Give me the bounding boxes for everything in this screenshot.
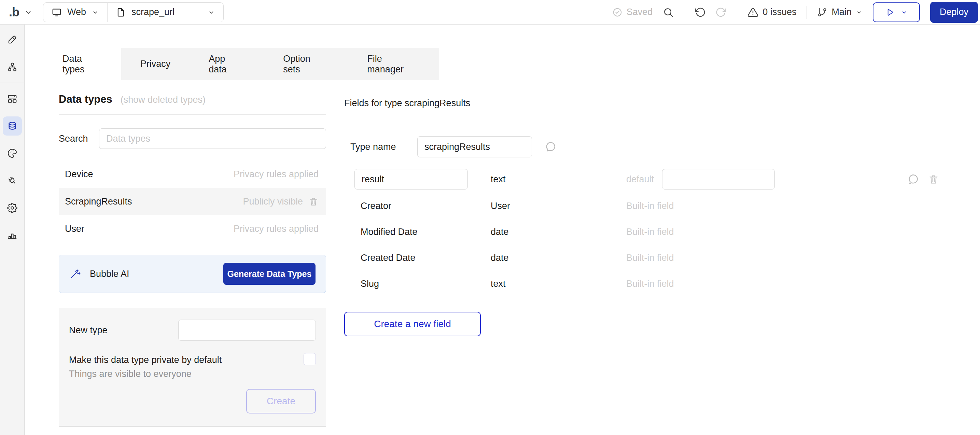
bar-chart-icon	[7, 230, 18, 241]
field-name: Modified Date	[344, 227, 491, 237]
field-row-result: text default	[344, 166, 948, 193]
field-type: User	[491, 201, 626, 211]
undo-icon	[695, 7, 705, 18]
field-row-creator[interactable]: Creator User Built-in field	[344, 193, 948, 219]
redo-icon	[716, 7, 727, 18]
type-name-input[interactable]	[417, 136, 532, 158]
field-name-cell	[344, 169, 491, 190]
issues-indicator[interactable]: 0 issues	[748, 7, 796, 18]
preview-button[interactable]	[873, 2, 920, 22]
divider	[737, 6, 737, 19]
deploy-button[interactable]: Deploy	[930, 2, 978, 23]
chevron-down-icon	[208, 8, 215, 16]
data-type-name: ScrapingResults	[65, 196, 132, 207]
chevron-down-icon	[856, 9, 862, 16]
sidebar-item-styles[interactable]	[3, 144, 22, 163]
warning-triangle-icon	[748, 7, 758, 18]
top-bar: .b Web scrape_url	[0, 0, 980, 25]
magic-wand-icon	[69, 268, 81, 280]
field-row-created-date[interactable]: Created Date date Built-in field	[344, 245, 948, 271]
sidebar-item-plugins[interactable]	[3, 171, 22, 190]
comment-bubble-icon[interactable]	[907, 173, 919, 185]
private-hint: Things are visible to everyone	[69, 369, 316, 379]
field-name: Created Date	[344, 253, 491, 263]
logo-menu-chevron-icon[interactable]	[24, 8, 33, 17]
sidebar-item-backend[interactable]	[3, 89, 22, 108]
field-default-input[interactable]	[662, 169, 775, 190]
saved-label: Saved	[627, 7, 653, 18]
branch-selector[interactable]: Main	[817, 7, 862, 18]
data-type-row-scrapingresults[interactable]: ScrapingResults Publicly visible	[59, 188, 326, 215]
chevron-down-icon	[901, 9, 908, 16]
builtin-field-note: Built-in field	[626, 201, 674, 211]
data-type-row-device[interactable]: Device Privacy rules applied	[59, 161, 326, 188]
gear-icon	[7, 203, 18, 213]
sidebar-item-logs[interactable]	[3, 226, 22, 245]
left-nav-sidebar	[0, 25, 25, 435]
chevron-down-icon	[92, 8, 99, 16]
git-branch-icon	[817, 7, 827, 18]
page-icon	[116, 7, 126, 18]
delete-field-icon[interactable]	[928, 174, 939, 185]
data-type-list: Device Privacy rules applied ScrapingRes…	[59, 161, 326, 242]
data-type-status: Publicly visible	[243, 196, 303, 207]
undo-button[interactable]	[695, 7, 705, 18]
private-row: Make this data type private by default	[69, 353, 316, 367]
search-row: Search	[59, 128, 326, 149]
bubble-ai-label: Bubble AI	[90, 269, 129, 279]
private-checkbox[interactable]	[304, 353, 316, 365]
tab-data-types[interactable]: Data types	[47, 48, 121, 80]
sidebar-item-settings[interactable]	[3, 198, 22, 218]
data-type-status: Privacy rules applied	[234, 169, 318, 180]
bubble-editor: .b Web scrape_url	[0, 0, 980, 435]
field-type[interactable]: text	[491, 174, 626, 185]
data-type-name: User	[65, 224, 84, 234]
delete-type-icon[interactable]	[308, 196, 318, 207]
builtin-field-note: Built-in field	[626, 279, 674, 289]
data-types-content: Data types (show deleted types) Search D…	[59, 93, 980, 427]
sidebar-item-data[interactable]	[3, 116, 22, 135]
page-dropdown[interactable]: scrape_url	[107, 3, 223, 22]
field-row-slug[interactable]: Slug text Built-in field	[344, 271, 948, 297]
data-types-panel: Data types (show deleted types) Search D…	[59, 93, 326, 427]
page-label: scrape_url	[132, 7, 175, 18]
platform-dropdown[interactable]: Web	[43, 3, 107, 22]
new-type-row: New type	[69, 320, 316, 341]
server-icon	[7, 94, 18, 104]
default-label: default	[626, 174, 654, 185]
tab-privacy[interactable]: Privacy	[121, 48, 190, 80]
builtin-field-note: Built-in field	[626, 253, 674, 263]
field-name: Slug	[344, 279, 491, 289]
type-name-row: Type name	[344, 136, 948, 158]
redo-button[interactable]	[716, 7, 727, 18]
type-name-label: Type name	[350, 142, 417, 152]
editor-body: Data types Privacy App data Option sets …	[0, 25, 980, 435]
page-title: Data types	[59, 93, 112, 105]
bubble-logo[interactable]: .b	[9, 5, 19, 19]
palette-icon	[7, 148, 18, 158]
show-deleted-types-toggle[interactable]: (show deleted types)	[121, 95, 205, 105]
tab-option-sets[interactable]: Option sets	[264, 48, 348, 80]
field-name-input[interactable]	[355, 169, 468, 190]
create-new-field-button[interactable]: Create a new field	[344, 312, 481, 336]
new-type-input[interactable]	[178, 320, 316, 341]
plug-icon	[7, 175, 18, 186]
app-context-switcher: Web scrape_url	[43, 2, 224, 22]
field-type: date	[491, 253, 626, 263]
tab-file-manager[interactable]: File manager	[348, 48, 439, 80]
check-circle-icon	[612, 7, 622, 18]
comment-bubble-icon[interactable]	[544, 141, 557, 153]
search-input[interactable]	[99, 128, 326, 149]
tab-app-data[interactable]: App data	[189, 48, 264, 80]
new-type-label: New type	[69, 325, 178, 336]
data-type-status: Privacy rules applied	[234, 224, 318, 234]
sidebar-item-design[interactable]	[3, 30, 22, 49]
search-button[interactable]	[663, 7, 674, 18]
field-row-modified-date[interactable]: Modified Date date Built-in field	[344, 219, 948, 245]
generate-data-types-button[interactable]: Generate Data Types	[223, 263, 315, 285]
create-type-button[interactable]: Create	[246, 389, 316, 413]
sidebar-divider	[0, 83, 25, 83]
issues-label: 0 issues	[762, 7, 796, 18]
sidebar-item-workflow[interactable]	[3, 57, 22, 76]
data-type-row-user[interactable]: User Privacy rules applied	[59, 215, 326, 242]
